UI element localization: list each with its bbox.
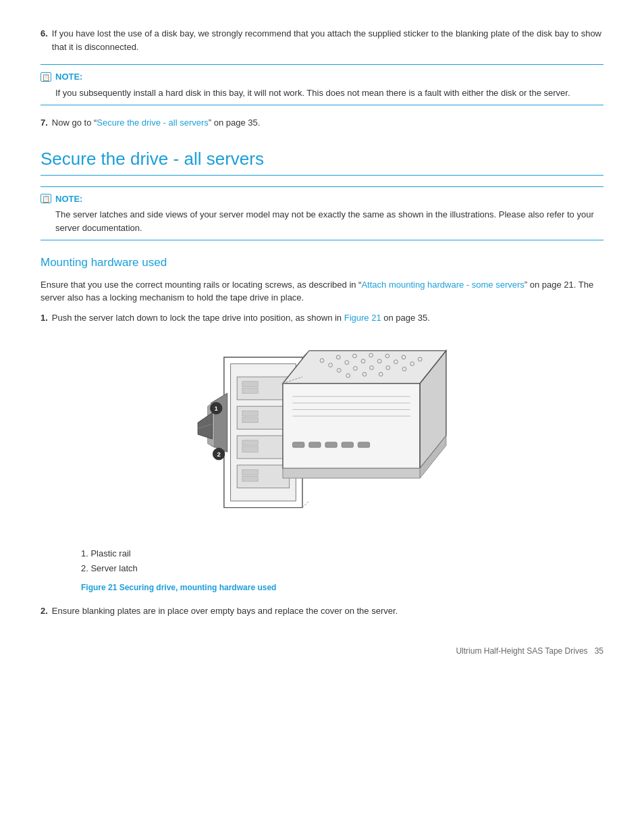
svg-rect-31 [309, 442, 321, 448]
step-6-text: If you have lost the use of a disk bay, … [52, 27, 603, 53]
legend-item-1: 1. Plastic rail [81, 547, 603, 561]
body1-pre: Ensure that you use the correct mounting… [41, 280, 361, 290]
svg-rect-10 [242, 440, 258, 446]
step-1-row: 1. Push the server latch down to lock th… [41, 311, 603, 325]
legend-item-2: 2. Server latch [81, 562, 603, 575]
step-1-number: 1. [41, 311, 48, 325]
svg-rect-34 [358, 442, 369, 448]
footer-label: Ultrium Half-Height SAS Tape Drives [456, 646, 587, 656]
footer: Ultrium Half-Height SAS Tape Drives 35 [41, 645, 603, 657]
svg-rect-11 [242, 447, 258, 452]
note-2-text: The server latches and side views of you… [41, 208, 603, 234]
svg-text:1: 1 [215, 405, 219, 412]
step-2-row: 2. Ensure blanking plates are in place o… [41, 604, 603, 618]
note-label-2: 📋 NOTE: [41, 192, 603, 206]
note-icon-2: 📋 [41, 194, 51, 203]
attach-hardware-link[interactable]: Attach mounting hardware - some servers [361, 280, 524, 290]
body-paragraph-1: Ensure that you use the correct mounting… [41, 278, 603, 305]
svg-rect-32 [325, 442, 337, 448]
note-label-1: 📋 NOTE: [41, 70, 603, 84]
figure-21-link[interactable]: Figure 21 [344, 313, 381, 323]
svg-rect-33 [342, 442, 353, 448]
step-6-row: 6. If you have lost the use of a disk ba… [41, 27, 603, 53]
footer-page: 35 [595, 646, 603, 656]
note-box-1: 📋 NOTE: If you subsequently install a ha… [41, 64, 603, 105]
svg-rect-7 [242, 411, 258, 416]
step1-pre: Push the server latch down to lock the t… [52, 313, 344, 323]
svg-rect-5 [242, 388, 258, 394]
step-7-pre: Now go to “ [52, 118, 97, 128]
note-icon-1: 📋 [41, 72, 51, 82]
sub-heading-mounting: Mounting hardware used [41, 254, 603, 271]
svg-rect-30 [292, 442, 304, 448]
note-1-text: If you subsequently install a hard disk … [41, 86, 603, 100]
step-7-post: ” on page 35. [209, 118, 261, 128]
footer-text: Ultrium Half-Height SAS Tape Drives 35 [456, 645, 603, 657]
svg-rect-8 [242, 417, 258, 423]
diagram-svg: 1 2 [167, 338, 477, 540]
step1-post: on page 35. [381, 313, 430, 323]
note-box-2: 📋 NOTE: The server latches and side view… [41, 186, 603, 241]
step-1-text: Push the server latch down to lock the t… [52, 311, 603, 325]
svg-marker-23 [283, 350, 446, 383]
section-heading: Secure the drive - all servers [41, 146, 603, 176]
secure-drive-link[interactable]: Secure the drive - all servers [97, 118, 208, 128]
svg-rect-4 [242, 382, 258, 387]
step-2-text: Ensure blanking plates are in place over… [52, 604, 603, 618]
step-7-text: Now go to “Secure the drive - all server… [52, 116, 603, 130]
legend-list: 1. Plastic rail 2. Server latch [81, 547, 603, 575]
svg-rect-14 [242, 476, 258, 481]
step-6-number: 6. [41, 27, 48, 53]
figure-caption: Figure 21 Securing drive, mounting hardw… [41, 581, 603, 594]
svg-text:2: 2 [217, 450, 220, 458]
svg-rect-13 [242, 469, 258, 475]
figure-container: 1 2 [41, 338, 603, 540]
step-7-number: 7. [41, 116, 48, 130]
step-7-row: 7. Now go to “Secure the drive - all ser… [41, 116, 603, 130]
step-2-number: 2. [41, 604, 48, 618]
svg-marker-56 [283, 469, 420, 479]
